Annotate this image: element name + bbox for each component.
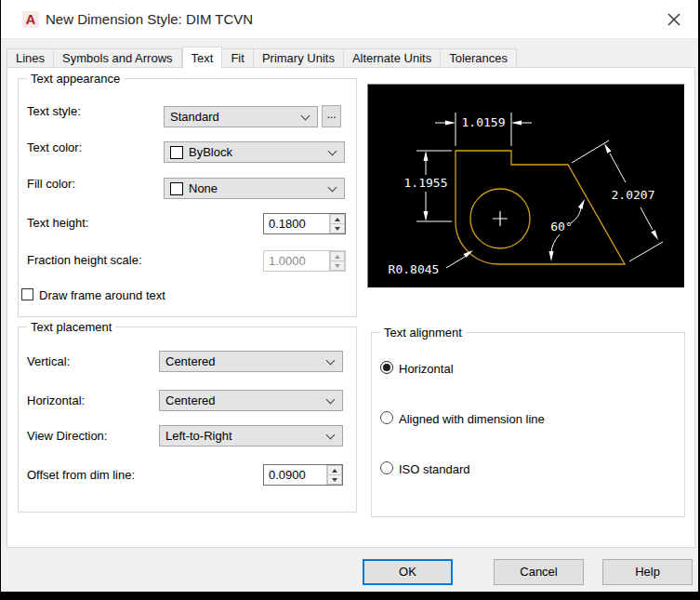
arrow-up-icon [332,469,337,473]
tab-strip: Lines Symbols and Arrows Text Fit Primar… [7,46,517,68]
dim-angle-leader-lower [551,234,560,252]
dim-width-text: 1.0159 [462,115,506,129]
draw-frame-checkbox[interactable] [21,288,33,300]
radio-aligned-with-dimension-line[interactable] [380,411,393,424]
draw-frame-label: Draw frame around text [39,288,165,302]
chevron-down-icon [326,431,336,440]
arrow-down-icon [335,264,340,268]
text-style-label: Text style: [27,104,81,118]
chevron-down-icon [326,395,336,405]
center-mark [493,211,508,226]
close-button[interactable] [657,6,691,33]
text-color-label: Text color: [27,140,82,154]
fill-color-combobox[interactable]: None [164,178,345,199]
radio-iso-label: ISO standard [399,462,470,476]
dim-aligned-text: 2.0207 [612,188,655,202]
help-button[interactable]: Help [602,559,693,585]
radio-aligned-label: Aligned with dimension line [399,412,545,426]
text-color-swatch [170,146,183,159]
arrowhead-icon [651,230,658,240]
text-appearance-group-title: Text appearance [27,72,124,86]
view-direction-value: Left-to-Right [165,429,232,443]
fill-color-swatch [170,182,183,195]
text-style-combobox[interactable]: Standard [164,106,318,127]
dim-height-text: 1.1955 [404,176,448,190]
part-outline [456,151,625,264]
horizontal-value: Centered [165,393,215,407]
view-direction-label: View Direction: [27,429,107,443]
view-direction-combobox[interactable]: Left-to-Right [159,425,343,447]
fraction-height-scale-value: 1.0000 [264,251,329,271]
arrowhead-icon [424,151,429,161]
fill-color-label: Fill color: [27,177,75,191]
offset-from-dim-line-label: Offset from dim line: [27,468,135,482]
radio-horizontal[interactable] [380,361,393,374]
radio-horizontal-label: Horizontal [399,362,454,376]
offset-up-button[interactable] [327,465,342,475]
dim-radius-leader [446,257,465,268]
arrowhead-icon [445,121,456,126]
arrowhead-icon [578,199,585,209]
chevron-down-icon [301,112,310,121]
tab-fit[interactable]: Fit [222,48,253,68]
close-icon [667,13,680,26]
text-style-value: Standard [170,110,219,124]
dialog-title: New Dimension Style: DIM TCVN [46,0,253,39]
tab-text[interactable]: Text [182,47,223,69]
text-placement-group-title: Text placement [27,320,115,334]
dimension-preview-svg: 1.0159 1.1955 2.0207 60° [368,85,684,287]
tab-primary-units[interactable]: Primary Units [254,48,344,68]
text-height-spinner[interactable]: 0.1800 [263,213,346,234]
screenshot-root: A New Dimension Style: DIM TCVN Lines Sy… [0,0,700,600]
fraction-height-scale-label: Fraction height scale: [27,253,142,267]
cancel-button[interactable]: Cancel [494,559,584,585]
tab-symbols-and-arrows[interactable]: Symbols and Arrows [54,48,182,68]
text-height-down-button[interactable] [330,224,345,233]
arrowhead-icon [604,143,612,153]
background-strip [0,592,700,600]
text-alignment-group-title: Text alignment [380,326,466,340]
offset-spinner[interactable]: 0.0900 [263,464,343,486]
chevron-down-icon [326,356,336,366]
text-height-value: 0.1800 [264,214,329,233]
text-style-browse-button[interactable]: ... [322,105,341,127]
tab-alternate-units[interactable]: Alternate Units [344,48,441,68]
text-height-up-button[interactable] [330,214,345,224]
arrowhead-icon [424,211,429,221]
fraction-down-button [330,261,345,271]
new-dimension-style-dialog: A New Dimension Style: DIM TCVN Lines Sy… [1,0,698,592]
text-color-value: ByBlock [189,145,232,159]
fraction-height-scale-spinner: 1.0000 [263,250,346,272]
arrowhead-icon [511,121,522,126]
arrow-up-icon [335,255,340,259]
horizontal-combobox[interactable]: Centered [159,390,343,411]
title-bar: A New Dimension Style: DIM TCVN [1,0,698,39]
arrowhead-icon [549,251,554,261]
arrow-down-icon [332,478,337,482]
ok-button[interactable]: OK [363,559,453,585]
text-color-combobox[interactable]: ByBlock [164,141,345,163]
fraction-up-button [330,251,345,261]
radio-iso-standard[interactable] [380,461,393,474]
tab-lines[interactable]: Lines [7,48,54,68]
dimension-preview-image: 1.0159 1.1955 2.0207 60° [367,84,685,288]
fill-color-value: None [189,181,218,195]
chevron-down-icon [328,147,337,156]
arrow-down-icon [335,227,340,231]
offset-down-button[interactable] [327,475,342,485]
autocad-logo-icon: A [22,11,39,28]
vertical-value: Centered [165,354,215,368]
tab-tolerances[interactable]: Tolerances [441,48,517,68]
vertical-combobox[interactable]: Centered [159,351,343,372]
dim-radius-text: R0.8045 [389,262,440,276]
vertical-label: Vertical: [27,354,70,368]
horizontal-label: Horizontal: [27,393,85,407]
arrow-up-icon [335,218,340,221]
dim-angle-text: 60° [550,220,572,233]
text-height-label: Text height: [27,216,89,230]
offset-value: 0.0900 [264,465,326,485]
chevron-down-icon [328,183,337,193]
